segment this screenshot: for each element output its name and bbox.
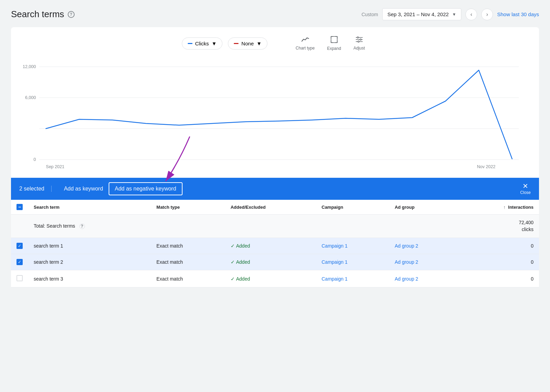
row1-campaign[interactable]: Campaign 1 [316, 238, 389, 254]
action-bar: 2 selected Add as keyword Add as negativ… [11, 178, 539, 200]
row3-search-term: search term 3 [28, 270, 151, 287]
total-help-icon[interactable]: ? [79, 224, 85, 229]
adjust-button[interactable]: Adjust [350, 34, 368, 53]
search-terms-table: Search term Match type Added/Excluded Ca… [11, 200, 539, 287]
row3-checkbox[interactable] [16, 275, 23, 281]
interactions-header[interactable]: ↑ Interactions [458, 200, 539, 215]
chart-controls: Clicks ▼ None ▼ Chart type [19, 34, 531, 53]
row3-check-icon: ✓ [231, 276, 235, 282]
adjust-label: Adjust [353, 46, 365, 51]
row1-search-term: search term 1 [28, 238, 151, 254]
row2-check-icon: ✓ [231, 259, 235, 265]
table-header-row: Search term Match type Added/Excluded Ca… [11, 200, 539, 215]
total-ad-group [389, 215, 458, 238]
svg-rect-6 [358, 41, 359, 42]
row1-check-icon: ✓ [231, 243, 235, 249]
close-label: Close [520, 190, 531, 195]
clicks-label: Clicks [195, 41, 209, 46]
row3-interactions: 0 [458, 270, 539, 287]
row3-ad-group[interactable]: Ad group 2 [389, 270, 458, 287]
header: Search terms ? Custom Sep 3, 2021 – Nov … [11, 8, 539, 20]
svg-rect-4 [357, 37, 359, 38]
prev-period-button[interactable]: ‹ [465, 9, 477, 20]
table-row: search term 2 Exact match ✓Added Campaig… [11, 254, 539, 270]
selected-count: 2 selected [19, 186, 52, 192]
expand-label: Expand [327, 46, 341, 51]
search-term-header: Search term [28, 200, 151, 215]
row1-match-type: Exact match [151, 238, 225, 254]
expand-button[interactable]: Expand [323, 34, 344, 53]
close-button[interactable]: ✕ Close [520, 183, 531, 195]
next-period-button[interactable]: › [481, 9, 493, 20]
row3-status: ✓Added [225, 270, 316, 287]
table-row: search term 1 Exact match ✓Added Campaig… [11, 238, 539, 254]
chart-type-icon [301, 36, 309, 44]
row3-match-type: Exact match [151, 270, 225, 287]
close-x-icon: ✕ [522, 183, 528, 189]
total-interactions-unit: clicks [522, 227, 534, 232]
show-last-30-link[interactable]: Show last 30 days [497, 11, 539, 17]
date-range-text: Sep 3, 2021 – Nov 4, 2022 [387, 11, 449, 17]
metric-none-button[interactable]: None ▼ [228, 37, 267, 50]
ad-group-header: Ad group [389, 200, 458, 215]
row2-search-term: search term 2 [28, 254, 151, 270]
svg-text:12,000: 12,000 [23, 64, 36, 69]
total-label: Total: Search terms ? [28, 215, 151, 238]
chart-svg: 12,000 6,000 0 Sep 2021 Nov 2022 [19, 60, 531, 170]
row1-ad-group[interactable]: Ad group 2 [389, 238, 458, 254]
none-chevron: ▼ [256, 41, 262, 46]
total-text: Total: Search terms [34, 223, 75, 229]
row2-interactions: 0 [458, 254, 539, 270]
table-container: Search term Match type Added/Excluded Ca… [11, 200, 539, 287]
row1-checkbox-cell[interactable] [11, 238, 28, 254]
header-center: Custom Sep 3, 2021 – Nov 4, 2022 ▼ ‹ › S… [362, 8, 539, 20]
total-checkbox-cell [11, 215, 28, 238]
header-left: Search terms ? [11, 9, 75, 20]
expand-icon [331, 36, 338, 45]
row1-status: ✓Added [225, 238, 316, 254]
none-color-indicator [234, 43, 239, 44]
row2-checkbox[interactable] [16, 259, 23, 265]
date-range-picker[interactable]: Sep 3, 2021 – Nov 4, 2022 ▼ [382, 8, 461, 20]
add-as-keyword-button[interactable]: Add as keyword [58, 183, 109, 195]
svg-rect-0 [331, 36, 337, 43]
match-type-header: Match type [151, 200, 225, 215]
page: Search terms ? Custom Sep 3, 2021 – Nov … [0, 0, 550, 392]
help-icon[interactable]: ? [68, 11, 75, 18]
clicks-chevron: ▼ [212, 41, 217, 46]
row3-checkbox-cell[interactable] [11, 270, 28, 287]
svg-rect-5 [360, 39, 361, 40]
clicks-color-indicator [188, 43, 192, 44]
select-all-header[interactable] [11, 200, 28, 215]
add-as-negative-keyword-button[interactable]: Add as negative keyword [109, 182, 183, 195]
total-campaign [316, 215, 389, 238]
sort-arrow-icon: ↑ [503, 205, 506, 210]
row2-status: ✓Added [225, 254, 316, 270]
chart-container: Clicks ▼ None ▼ Chart type [11, 27, 539, 178]
row2-checkbox-cell[interactable] [11, 254, 28, 270]
row3-campaign[interactable]: Campaign 1 [316, 270, 389, 287]
select-all-checkbox[interactable] [16, 204, 23, 210]
custom-label: Custom [362, 12, 378, 17]
svg-text:Nov 2022: Nov 2022 [477, 164, 495, 169]
adjust-icon [355, 36, 363, 44]
total-interactions-value: 72,400 [519, 220, 534, 225]
svg-text:6,000: 6,000 [25, 95, 36, 100]
campaign-header: Campaign [316, 200, 389, 215]
row2-ad-group[interactable]: Ad group 2 [389, 254, 458, 270]
row2-campaign[interactable]: Campaign 1 [316, 254, 389, 270]
total-match-type [151, 215, 225, 238]
none-label: None [241, 41, 254, 46]
chart-type-label: Chart type [296, 46, 315, 51]
metric-clicks-button[interactable]: Clicks ▼ [182, 37, 223, 50]
total-interactions: 72,400 clicks [458, 215, 539, 238]
added-excluded-header: Added/Excluded [225, 200, 316, 215]
chart-type-button[interactable]: Chart type [292, 34, 318, 53]
row2-match-type: Exact match [151, 254, 225, 270]
page-title: Search terms [11, 9, 64, 20]
total-status [225, 215, 316, 238]
row1-checkbox[interactable] [16, 243, 23, 249]
chart-area: 12,000 6,000 0 Sep 2021 Nov 2022 [19, 60, 531, 171]
svg-text:Sep 2021: Sep 2021 [46, 164, 65, 169]
date-picker-chevron: ▼ [452, 12, 456, 17]
